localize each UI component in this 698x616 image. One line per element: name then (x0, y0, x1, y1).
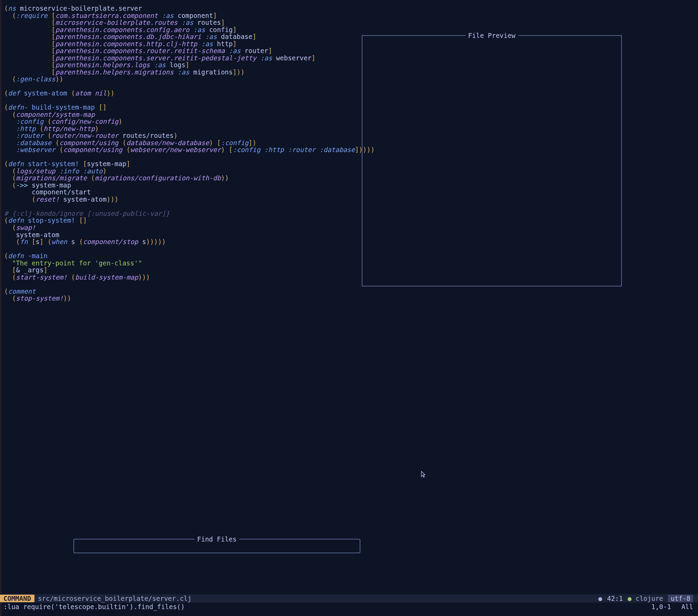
code-line: system-atom (4, 231, 374, 239)
code-line: (stop-system!)) (4, 295, 374, 302)
code-line: (component/system-map (4, 111, 374, 118)
cursor-position: 1,0-1 (651, 603, 681, 610)
code-line: (logs/setup :info :auto) (4, 168, 374, 175)
code-line: (swap! (4, 224, 374, 231)
code-line: (migrations/migrate (migrations/configur… (4, 174, 374, 182)
code-line: [parenthesin.helpers.logs :as logs] (4, 61, 374, 69)
code-line: [parenthesin.components.router.reitit-sc… (4, 47, 374, 54)
code-line: "The entry-point for 'gen-class'" (4, 260, 374, 267)
filetype-indicator: clojure (636, 595, 663, 602)
code-line: (ns microservice-boilerplate.server (4, 5, 374, 12)
code-line: (defn start-system! [system-map] (4, 160, 374, 168)
file-path: src/microservice_boilerplate/server.clj (34, 595, 195, 602)
command-line[interactable]: :lua require('telescope.builtin').find_f… (0, 603, 698, 611)
code-line: (:require [com.stuartsierra.component :a… (4, 12, 374, 19)
code-line (4, 153, 374, 161)
file-preview-panel: File Preview (362, 35, 622, 286)
code-line: [parenthesin.components.config.aero :as … (4, 26, 374, 33)
code-line: (start-system! (build-system-map))) (4, 274, 374, 281)
code-editor[interactable]: (ns microservice-boilerplate.server (:re… (4, 5, 374, 302)
code-line (4, 83, 374, 90)
file-preview-title: File Preview (465, 32, 518, 39)
dot-icon: ● (598, 595, 602, 602)
code-line: component/start (4, 189, 374, 196)
scroll-position: All (681, 603, 698, 610)
code-line: (defn stop-system! [] (4, 217, 374, 224)
mode-indicator: COMMAND (0, 595, 34, 602)
code-line: (:gen-class)) (4, 75, 374, 83)
filetype-dot-icon: ● (628, 595, 636, 602)
code-line (4, 281, 374, 288)
command-text: :lua require('telescope.builtin').find_f… (3, 603, 185, 610)
code-line: (reset! system-atom))) (4, 196, 374, 203)
code-line: :database (component/using (database/new… (4, 139, 374, 147)
code-line: (fn [s] (when s (component/stop s))))) (4, 238, 374, 245)
code-line (4, 203, 374, 210)
find-files-prompt[interactable]: Find Files (73, 539, 360, 553)
statusline: COMMAND src/microservice_boilerplate/ser… (0, 594, 698, 603)
code-line: [parenthesin.helpers.migrations :as migr… (4, 69, 374, 76)
code-line: [parenthesin.components.http.clj-http :a… (4, 40, 374, 48)
code-line: [parenthesin.components.db.jdbc-hikari :… (4, 33, 374, 40)
find-files-input[interactable] (74, 539, 360, 553)
code-line: [parenthesin.components.server.reitit-pe… (4, 54, 374, 62)
code-line: [microservice-boilerplate.routes :as rou… (4, 19, 374, 26)
code-line: :webserver (component/using (webserver/n… (4, 146, 374, 153)
code-line: (comment (4, 288, 374, 295)
mouse-cursor-icon (421, 471, 426, 478)
code-line: (def system-atom (atom nil)) (4, 90, 374, 97)
left-edge-glow (0, 0, 2, 616)
code-line: #_{:clj-kondo/ignore [:unused-public-var… (4, 210, 374, 217)
code-line: :config (config/new-config) (4, 118, 374, 125)
code-line (4, 97, 374, 104)
code-line: (->> system-map (4, 182, 374, 189)
code-line: :router (router/new-router routes/routes… (4, 132, 374, 139)
encoding-indicator: utf-8 (668, 595, 693, 602)
code-line: (defn- build-system-map [] (4, 104, 374, 111)
code-line: :http (http/new-http) (4, 125, 374, 132)
code-line: [& _args] (4, 266, 374, 274)
line-col-indicator: 42:1 (607, 595, 623, 602)
code-line (4, 245, 374, 253)
code-line: (defn -main (4, 252, 374, 260)
